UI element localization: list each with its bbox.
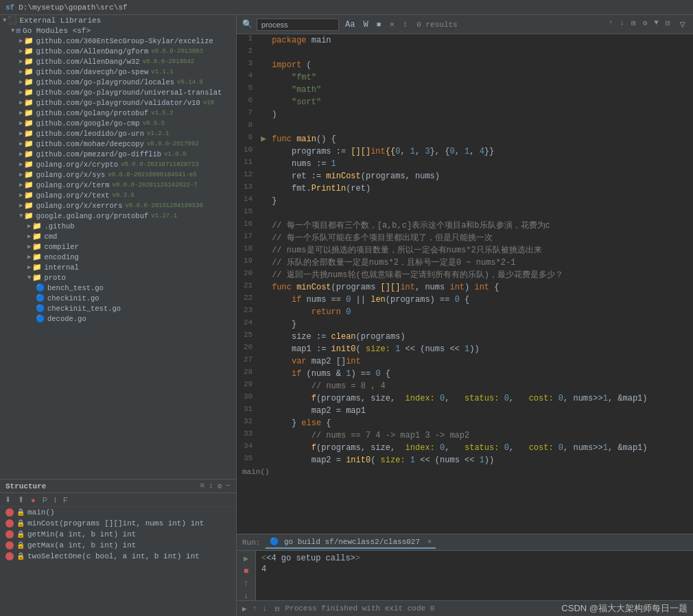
line-content[interactable]: import ( bbox=[269, 59, 693, 71]
tree-item[interactable]: ▼ 📁 google.golang.org/protobuf v1.27.1 bbox=[0, 211, 236, 221]
tree-file-bench[interactable]: 🔵 bench_test.go bbox=[0, 283, 236, 293]
line-content[interactable] bbox=[269, 121, 693, 133]
tree-item[interactable]: ▶ 📁 github.com/AllenDang/gform v0.0.0-20… bbox=[0, 46, 236, 56]
expand-all-btn[interactable]: ⬇ bbox=[3, 495, 13, 505]
struct-item-getmin[interactable]: 🔒 getMin(a int, b int) int bbox=[0, 529, 236, 540]
close-icon[interactable]: − bbox=[226, 482, 231, 490]
close-search-icon[interactable]: ▽ bbox=[678, 18, 688, 31]
line-content[interactable]: map2 = map1 bbox=[269, 405, 693, 417]
tree-item[interactable]: ▶ 📁 compiler bbox=[0, 241, 236, 252]
line-content[interactable]: } else { bbox=[269, 417, 693, 429]
line-content[interactable]: "fmt" bbox=[269, 71, 693, 84]
tree-item[interactable]: ▶ 📁 .github bbox=[0, 221, 236, 231]
run-play-btn[interactable]: ▶ bbox=[240, 554, 252, 564]
tree-item[interactable]: ▶ 📁 github.com/AllenDang/w32 v0.0.0-2018… bbox=[0, 56, 236, 67]
tree-item[interactable]: ▶ 📁 golang.org/x/crypto v0.0.0-202107110… bbox=[0, 159, 236, 169]
regex-btn[interactable]: ✱ bbox=[375, 19, 384, 30]
settings-icon[interactable]: ⚙ bbox=[218, 482, 222, 490]
inherited-btn[interactable]: I bbox=[52, 495, 58, 505]
run-arrow[interactable]: ▶ bbox=[261, 134, 266, 144]
tree-file-decode[interactable]: 🔵 decode.go bbox=[0, 313, 236, 324]
tree-go-modules[interactable]: ▼ ⊞ Go Modules <sf> bbox=[0, 25, 236, 36]
word-btn[interactable]: W bbox=[361, 19, 370, 30]
line-content[interactable]: nums := 1 bbox=[269, 158, 693, 170]
line-content[interactable]: map2 = init0( size: 1 << (nums << 1)) bbox=[269, 454, 693, 466]
search-close[interactable]: ✕ bbox=[388, 19, 397, 30]
filter-btn[interactable]: ● bbox=[29, 495, 38, 505]
line-content[interactable]: ) bbox=[269, 108, 693, 121]
line-content[interactable]: map1 := init0( size: 1 << (nums << 1)) bbox=[269, 343, 693, 355]
tree-file-checkinit-test[interactable]: 🔵 checkinit_test.go bbox=[0, 303, 236, 313]
line-content[interactable]: if nums == 0 || len(programs) == 0 { bbox=[269, 294, 693, 306]
line-content[interactable]: // nums == 7 4 -> map1 3 -> map2 bbox=[269, 429, 693, 442]
line-content[interactable]: "sort" bbox=[269, 96, 693, 108]
run-controls-icon[interactable]: ▶ bbox=[242, 604, 247, 613]
sort-alpha-icon[interactable]: ↕ bbox=[209, 482, 213, 490]
tree-item[interactable]: ▶ 📁 golang.org/x/term v0.0.0-20201126162… bbox=[0, 180, 236, 190]
line-content[interactable]: if (nums & 1) == 0 { bbox=[269, 368, 693, 380]
line-content[interactable] bbox=[269, 207, 693, 220]
run-stop-btn[interactable]: ■ bbox=[240, 567, 252, 576]
line-content[interactable]: return 0 bbox=[269, 306, 693, 318]
line-content[interactable]: // nums是可以挑选的项目数量，所以一定会有nums*2只乐队被挑选出来 bbox=[269, 244, 693, 257]
run-tab[interactable]: 🔵 go build sf/newclass2/class027 × bbox=[266, 536, 436, 549]
public-btn[interactable]: P bbox=[40, 495, 49, 505]
line-content[interactable]: f(programs, size, index: 0, status: 0, c… bbox=[269, 442, 693, 454]
scroll-up-btn[interactable]: ↑ bbox=[240, 579, 252, 589]
line-content[interactable]: programs := [][]int{{0, 1, 3}, {0, 1, 4}… bbox=[269, 145, 693, 158]
filter-search-icon[interactable]: ▼ bbox=[652, 18, 661, 31]
line-content[interactable]: f(programs, size, index: 0, status: 0, c… bbox=[269, 392, 693, 405]
scroll-up-status[interactable]: ↑ bbox=[252, 604, 257, 613]
tree-item[interactable]: ▶ 📁 github.com/golang/protobuf v1.5.2 bbox=[0, 108, 236, 118]
line-content[interactable]: // 每一个项目都有三个数，[a,b,c]表示这个项目a和b乐队参演，花费为c bbox=[269, 220, 693, 232]
tree-item[interactable]: ▶ 📁 github.com/mohae/deepcopy v0.0.0-201… bbox=[0, 139, 236, 149]
pin-icon[interactable]: ⊟ bbox=[663, 18, 672, 31]
tree-item[interactable]: ▶ 📁 github.com/go-playground/locales v0.… bbox=[0, 77, 236, 87]
settings-icon[interactable]: ⚙ bbox=[641, 18, 650, 31]
struct-item-twoselectone[interactable]: 🔒 twoSelectOne(c bool, a int, b int) int bbox=[0, 551, 236, 562]
line-content[interactable] bbox=[269, 47, 693, 59]
collapse-all-btn[interactable]: ⬆ bbox=[16, 495, 26, 505]
tree-file-checkinit[interactable]: 🔵 checkinit.go bbox=[0, 293, 236, 303]
scroll-down-btn[interactable]: ↓ bbox=[240, 591, 252, 600]
tree-item[interactable]: ▶ 📁 golang.org/x/sys v0.0.0-202108061845… bbox=[0, 169, 236, 180]
sort-icon[interactable]: ≡ bbox=[200, 482, 205, 490]
line-content[interactable]: size := clean(programs) bbox=[269, 331, 693, 343]
run-tab-close[interactable]: × bbox=[427, 538, 432, 546]
line-content[interactable]: } bbox=[269, 318, 693, 331]
code-editor[interactable]: 1 package main 2 3 import ( bbox=[237, 34, 693, 534]
struct-item-mincost[interactable]: 🔒 minCost(programs [][]int, nums int) in… bbox=[0, 518, 236, 529]
struct-item-main[interactable]: 🔒 main() bbox=[0, 507, 236, 518]
tree-item[interactable]: ▶ 📁 internal bbox=[0, 262, 236, 272]
tree-item[interactable]: ▶ 📁 encoding bbox=[0, 252, 236, 262]
line-content[interactable]: var map2 []int bbox=[269, 355, 693, 368]
tree-item[interactable]: ▶ 📁 github.com/pmezard/go-difflib v1.0.0 bbox=[0, 149, 236, 159]
tree-item[interactable]: ▼ 📁 proto bbox=[0, 272, 236, 283]
nav-up-icon[interactable]: ↑ bbox=[607, 18, 615, 31]
line-content[interactable]: // 每一个乐队可能在多个项目里都出现了，但是只能挑一次 bbox=[269, 232, 693, 244]
nav-down-icon[interactable]: ↓ bbox=[618, 18, 626, 31]
line-content[interactable]: "math" bbox=[269, 84, 693, 96]
tree-item[interactable]: ▶ 📁 golang.org/x/xerrors v0.0.0-20191204… bbox=[0, 200, 236, 211]
tree-item[interactable]: ▶ 📁 github.com/google/go-cmp v0.5.5 bbox=[0, 118, 236, 128]
tree-item[interactable]: ▶ 📁 golang.org/x/text v0.3.6 bbox=[0, 190, 236, 200]
line-content[interactable]: func minCost(programs [][]int, nums int)… bbox=[269, 281, 693, 294]
line-content[interactable]: // 乐队的全部数量一定是nums*2，且标号一定是0 ~ nums*2-1 bbox=[269, 257, 693, 269]
multiline-icon[interactable]: ⊞ bbox=[629, 18, 638, 31]
tree-external-libraries[interactable]: ▼ ⬛ External Libraries bbox=[0, 15, 236, 25]
search-prev[interactable]: ↕ bbox=[401, 19, 410, 30]
struct-item-getmax[interactable]: 🔒 getMax(a int, b int) int bbox=[0, 540, 236, 551]
search-input[interactable] bbox=[257, 19, 339, 31]
tree-item[interactable]: ▶ 📁 github.com/360EntSecGroup-Skylar/exc… bbox=[0, 36, 236, 46]
case-btn[interactable]: Aa bbox=[343, 19, 357, 30]
tree-item[interactable]: ▶ 📁 cmd bbox=[0, 231, 236, 241]
tree-item[interactable]: ▶ 📁 github.com/leodido/go-urn v1.2.1 bbox=[0, 128, 236, 139]
line-content[interactable]: ret := minCost(programs, nums) bbox=[269, 170, 693, 182]
tree-item[interactable]: ▶ 📁 github.com/go-playground/universal-t… bbox=[0, 87, 236, 97]
line-content[interactable]: // nums = 8 , 4 bbox=[269, 380, 693, 392]
line-content[interactable]: func main() { bbox=[269, 133, 693, 145]
fields-btn[interactable]: F bbox=[61, 495, 70, 505]
line-content[interactable]: package main bbox=[269, 34, 693, 47]
line-content[interactable]: fmt.Println(ret) bbox=[269, 182, 693, 195]
tree-item[interactable]: ▶ 📁 github.com/go-playground/validator/v… bbox=[0, 97, 236, 108]
